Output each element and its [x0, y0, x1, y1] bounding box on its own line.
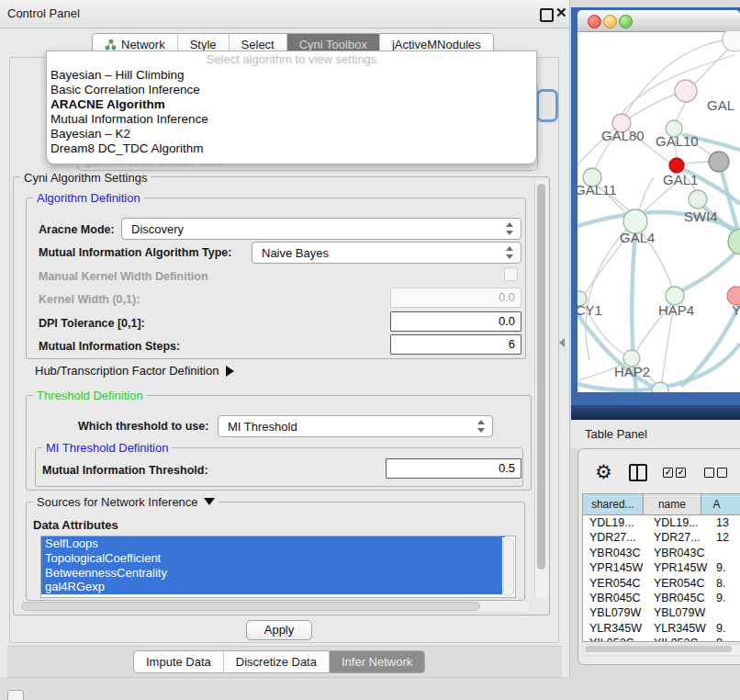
- table-horizontal-scrollbar[interactable]: [582, 644, 740, 656]
- apply-button[interactable]: Apply: [246, 620, 312, 640]
- corner-chip[interactable]: [7, 690, 24, 700]
- which-threshold-select[interactable]: MI Threshold: [218, 415, 493, 437]
- tab-impute-data[interactable]: Impute Data: [134, 651, 224, 672]
- dpi-tolerance-field[interactable]: 0.0: [390, 311, 521, 332]
- splitter-collapse-handle[interactable]: [559, 338, 565, 347]
- dropdown-item[interactable]: Bayesian – Hill Climbing: [47, 68, 536, 83]
- network-node-label: GAL80: [601, 128, 645, 143]
- table-row[interactable]: YDR27...YDR27...12: [583, 530, 740, 545]
- list-item[interactable]: gal4RGexp: [41, 580, 505, 594]
- table-row[interactable]: YPR145WYPR145W9.: [583, 560, 740, 575]
- dropdown-item[interactable]: Mutual Information Inference: [47, 112, 536, 127]
- combobox-focus-button[interactable]: [536, 89, 558, 122]
- table-cell: 8.: [710, 576, 740, 591]
- algorithm-dropdown-popup: Select algorithm to view settings Bayesi…: [46, 51, 537, 164]
- manual-kernel-checkbox[interactable]: [504, 267, 518, 281]
- settings-horizontal-scrollbar[interactable]: [18, 600, 531, 613]
- table-cell: YBR045C: [647, 591, 710, 605]
- data-attributes-list[interactable]: SelfLoopsTopologicalCoefficientBetweenne…: [40, 536, 516, 598]
- tab-network-label: Network: [121, 38, 165, 51]
- network-edge[interactable]: [684, 162, 709, 164]
- unchecked-pair-icon[interactable]: [704, 468, 730, 478]
- control-panel-title: Control Panel: [7, 6, 80, 20]
- network-edge[interactable]: [676, 102, 686, 121]
- mi-steps-field[interactable]: 6: [390, 334, 521, 355]
- aracne-mode-label: Aracne Mode:: [39, 223, 115, 236]
- table-panel-title: Table Panel: [585, 427, 647, 441]
- table-row[interactable]: YDL19...YDL19...13: [583, 515, 740, 530]
- network-node-label: GAL: [707, 97, 734, 113]
- dropdown-item[interactable]: Bayesian – K2: [47, 127, 536, 141]
- table-row[interactable]: YBR045CYBR045C9.: [583, 591, 740, 605]
- column-header-shared[interactable]: shared...: [583, 494, 644, 514]
- expand-right-icon: [226, 366, 234, 377]
- hub-tf-definition-toggle[interactable]: Hub/Transcription Factor Definition: [35, 364, 234, 378]
- table-row[interactable]: YBL079WYBL079W: [583, 605, 740, 620]
- network-edge[interactable]: [680, 250, 738, 291]
- column-header-third[interactable]: A: [701, 494, 740, 514]
- algorithm-definition-title: Algorithm Definition: [33, 191, 144, 205]
- table-row[interactable]: YLR345WYLR345W9.: [583, 621, 740, 636]
- split-columns-icon[interactable]: [629, 464, 648, 481]
- table-cell: YBL079W: [647, 605, 710, 620]
- scrollbar-thumb[interactable]: [585, 646, 732, 652]
- network-node-label: GAL10: [656, 133, 699, 149]
- mac-titlebar[interactable]: [577, 10, 740, 32]
- close-traffic-light[interactable]: [588, 15, 601, 28]
- tab-discretize-data[interactable]: Discretize Data: [224, 651, 330, 672]
- network-edge[interactable]: [639, 177, 654, 211]
- network-node[interactable]: [675, 80, 697, 102]
- stepper-arrows-icon: [506, 222, 513, 235]
- network-node[interactable]: [723, 31, 740, 51]
- list-scrollbar[interactable]: [502, 537, 514, 596]
- table-cell: YBR045C: [583, 591, 647, 605]
- list-item[interactable]: TopologicalCoefficient: [41, 551, 505, 566]
- scrollbar-thumb[interactable]: [503, 538, 514, 596]
- data-attributes-label: Data Attributes: [33, 518, 118, 532]
- dropdown-item[interactable]: Dream8 DC_TDC Algorithm: [47, 141, 536, 156]
- network-window-shadow: [571, 405, 740, 420]
- manual-kernel-label: Manual Kernel Width Definition: [39, 270, 208, 283]
- collapse-down-icon: [204, 498, 215, 505]
- table-row[interactable]: YER054CYER054C8.: [583, 576, 740, 591]
- mi-threshold-field[interactable]: 0.5: [386, 458, 521, 479]
- table-header-row: shared... name A: [583, 494, 740, 515]
- minimize-traffic-light[interactable]: [603, 15, 617, 28]
- mi-type-label: Mutual Information Algorithm Type:: [39, 246, 231, 259]
- float-window-icon[interactable]: [540, 8, 554, 22]
- kernel-width-field[interactable]: 0.0: [390, 288, 521, 308]
- dropdown-item[interactable]: Basic Correlation Inference: [47, 83, 536, 97]
- network-node[interactable]: [728, 229, 740, 254]
- network-node[interactable]: [669, 158, 684, 173]
- zoom-traffic-light[interactable]: [619, 15, 633, 28]
- sources-group-title[interactable]: Sources for Network Inference: [33, 495, 219, 509]
- gear-icon[interactable]: ⚙: [595, 461, 612, 483]
- mi-type-select[interactable]: Naive Bayes: [252, 242, 521, 264]
- network-node-label: GAL1: [663, 172, 698, 187]
- network-node-label: HAP4: [658, 302, 694, 318]
- table-cell: 9.: [710, 560, 740, 575]
- network-node[interactable]: [689, 190, 707, 209]
- table-row[interactable]: YBR043CYBR043C: [583, 546, 740, 560]
- table-cell: YIL052C: [583, 636, 647, 642]
- kernel-width-label: Kernel Width (0,1):: [39, 293, 140, 306]
- scrollbar-thumb[interactable]: [21, 602, 480, 611]
- checked-pair-icon[interactable]: ✓✓: [663, 468, 689, 478]
- tab-infer-network[interactable]: Infer Network: [330, 651, 424, 672]
- column-header-name[interactable]: name: [644, 494, 702, 514]
- scrollbar-thumb[interactable]: [537, 184, 545, 570]
- threshold-definition-title: Threshold Definition: [33, 389, 147, 402]
- table-cell: YER054C: [647, 576, 710, 591]
- settings-vertical-scrollbar[interactable]: [534, 180, 548, 598]
- list-item[interactable]: SelfLoops: [41, 536, 505, 551]
- aracne-mode-select[interactable]: Discovery: [121, 218, 521, 240]
- list-item[interactable]: BetweennessCentrality: [41, 566, 505, 581]
- network-canvas[interactable]: GALGAL80GAL10GAL1GAL11SWI4GAL4GCY1HAP4YH…: [577, 31, 740, 392]
- network-node[interactable]: [652, 382, 668, 392]
- network-node-label: GCY1: [577, 302, 602, 318]
- dropdown-item[interactable]: ARACNE Algorithm: [47, 97, 536, 112]
- network-node[interactable]: [709, 152, 729, 172]
- table-row[interactable]: YIL052CYIL052C9: [583, 636, 740, 642]
- network-edge[interactable]: [586, 229, 627, 360]
- close-icon[interactable]: ✕: [555, 5, 567, 21]
